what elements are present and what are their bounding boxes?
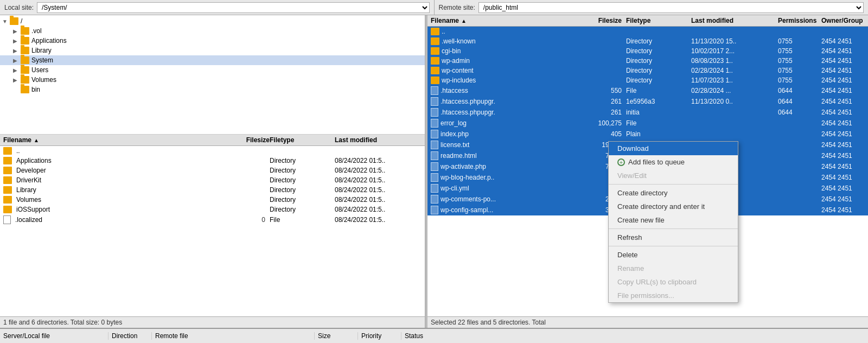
folder-icon-system (21, 56, 29, 64)
tree-item-users[interactable]: ▶ Users (0, 65, 425, 75)
left-filedate-2: 08/24/2022 01:5.. (335, 176, 422, 184)
tree-item-bin[interactable]: bin (0, 85, 425, 94)
file-icon-6-left (3, 215, 11, 224)
col-header-filesize[interactable]: Filesize (226, 136, 270, 144)
ctx-menu-create-dir-enter[interactable]: Create directory and enter it (609, 200, 738, 213)
tree-item-applications[interactable]: ▶ Applications (0, 36, 425, 46)
ctx-rename-label: Rename (617, 264, 644, 272)
remote-row-5[interactable]: .htaccess 550 File 02/28/2024 ... 0644 2… (427, 85, 868, 96)
left-file-list[interactable]: .. Applications Directory 08/24/2022 01:… (0, 146, 425, 316)
left-file-row-3[interactable]: Library Directory 08/24/2022 01:5.. (0, 185, 425, 195)
remote-type-6: 1e5956a3 (626, 98, 691, 105)
ctx-menu-create-dir[interactable]: Create directory (609, 186, 738, 200)
remote-date-5: 02/28/2024 ... (691, 87, 778, 94)
remote-row-parent[interactable]: .. (427, 27, 868, 36)
ctx-menu-file-permissions[interactable]: File permissions... (609, 289, 738, 302)
remote-row-7[interactable]: .htaccess.phpupgr. 261 initia 0644 2454 … (427, 107, 868, 118)
left-file-row-0[interactable]: Applications Directory 08/24/2022 01:5.. (0, 156, 425, 166)
transfer-status-col: Status (401, 332, 868, 340)
left-file-row-6[interactable]: .localized 0 File 08/24/2022 01:5.. (0, 214, 425, 225)
remote-date-0: 11/13/2020 15.. (691, 37, 778, 45)
remote-row-4[interactable]: wp-includes Directory 11/07/2023 1.. 075… (427, 75, 868, 85)
remote-filename-2: wp-admin (442, 57, 470, 65)
left-filename-3: Library (16, 186, 36, 194)
col-header-filename[interactable]: Filename ▲ (3, 136, 226, 144)
tree-label-root: / (21, 17, 22, 25)
ctx-menu-view-edit[interactable]: View/Edit (609, 169, 738, 182)
remote-row-3[interactable]: wp-content Directory 02/28/2024 1.. 0755… (427, 66, 868, 75)
ctx-menu-refresh[interactable]: Refresh (609, 231, 738, 244)
col-header-lastmod[interactable]: Last modified (335, 136, 422, 144)
tree-item-volumes[interactable]: ▶ Volumes (0, 75, 425, 85)
ctx-menu-add-to-queue[interactable]: + Add files to queue (609, 155, 738, 169)
r-col-header-owner[interactable]: Owner/Group (821, 17, 865, 24)
transfer-server-col: Server/Local file (0, 332, 108, 340)
ctx-menu-download[interactable]: Download (609, 142, 738, 155)
remote-type-2: Directory (626, 57, 691, 65)
remote-row-0[interactable]: .well-known Directory 11/13/2020 15.. 07… (427, 36, 868, 46)
remote-filename-10: license.txt (441, 141, 469, 149)
file-icon-remote-12 (431, 162, 438, 171)
ctx-menu-copy-url[interactable]: Copy URL(s) to clipboard (609, 275, 738, 289)
top-bar: Local site: /System/ Remote site: /publi… (0, 0, 868, 15)
remote-perms-5: 0644 (778, 87, 821, 94)
tree-arrow-volumes: ▶ (13, 77, 21, 83)
remote-row-1[interactable]: cgi-bin Directory 10/02/2017 2... 0755 2… (427, 46, 868, 56)
left-file-row-2[interactable]: DriverKit Directory 08/24/2022 01:5.. (0, 175, 425, 185)
left-file-row-1[interactable]: Developer Directory 08/24/2022 01:5.. (0, 166, 425, 175)
ctx-menu-rename[interactable]: Rename (609, 262, 738, 275)
transfer-size-col: Size (315, 332, 358, 340)
main-content: ▼ / ▶ .vol ▶ Applications (0, 15, 868, 328)
ctx-menu-create-file[interactable]: Create new file (609, 213, 738, 227)
tree-label-users: Users (31, 66, 48, 74)
left-filedate-5: 08/24/2022 01:5.. (335, 206, 422, 213)
transfer-bar: Server/Local file Direction Remote file … (0, 328, 868, 343)
remote-row-9[interactable]: index.php 405 Plain 2454 2451 (427, 129, 868, 139)
left-col-header: Filename ▲ Filesize Filetype Last modifi… (0, 135, 425, 146)
remote-owner-5: 2454 2451 (821, 87, 865, 94)
tree-arrow-system: ▶ (13, 58, 21, 63)
left-file-row-5[interactable]: iOSSupport Directory 08/24/2022 01:5.. (0, 205, 425, 214)
file-icon-remote-8 (431, 119, 438, 128)
ctx-file-perms-label: File permissions... (617, 291, 674, 300)
remote-status-bar: Selected 22 files and 5 directories. Tot… (427, 316, 868, 328)
remote-owner-3: 2454 2451 (821, 67, 865, 74)
ctx-create-dir-label: Create directory (617, 189, 667, 197)
left-file-row-4[interactable]: Volumes Directory 08/24/2022 01:5.. (0, 195, 425, 205)
r-col-header-type[interactable]: Filetype (626, 17, 691, 24)
transfer-direction-col: Direction (108, 332, 152, 340)
local-site-path[interactable]: /System/ (37, 2, 429, 13)
r-col-header-perms[interactable]: Permissions (778, 17, 821, 24)
tree-item-root[interactable]: ▼ / (0, 16, 425, 26)
ctx-menu-delete[interactable]: Delete (609, 248, 738, 262)
r-col-header-name[interactable]: Filename ▲ (431, 17, 583, 24)
col-header-filetype[interactable]: Filetype (270, 136, 335, 144)
transfer-remote-col: Remote file (152, 332, 315, 340)
remote-row-6[interactable]: .htaccess.phpupgr. 261 1e5956a3 11/13/20… (427, 96, 868, 107)
remote-row-8[interactable]: error_log 100,275 File 2454 2451 (427, 118, 868, 129)
left-file-row-parent[interactable]: .. (0, 146, 425, 156)
remote-type-7: initia (626, 109, 691, 116)
tree-label-volumes: Volumes (31, 76, 56, 84)
app-container: Local site: /System/ Remote site: /publi… (0, 0, 868, 343)
folder-icon-0-left (3, 157, 12, 164)
tree-item-library[interactable]: ▶ Library (0, 46, 425, 55)
folder-icon-applications (21, 37, 29, 45)
ctx-create-file-label: Create new file (617, 216, 665, 224)
remote-size-6: 261 (583, 98, 626, 105)
file-icon-remote-6 (431, 97, 438, 106)
r-col-header-size[interactable]: Filesize (583, 17, 626, 24)
tree-item-vol[interactable]: ▶ .vol (0, 26, 425, 36)
tree-item-system[interactable]: ▶ System (0, 55, 425, 65)
ctx-view-edit-label: View/Edit (617, 172, 647, 180)
remote-site-path[interactable]: /public_html (478, 2, 864, 13)
transfer-priority-col: Priority (358, 332, 401, 340)
r-col-header-date[interactable]: Last modified (691, 17, 778, 24)
file-icon-remote-14 (431, 184, 438, 193)
remote-owner-14: 2454 2451 (821, 185, 865, 192)
file-icon-remote-10 (431, 141, 438, 149)
folder-icon-bin (21, 86, 29, 93)
remote-row-2[interactable]: wp-admin Directory 08/08/2023 1.. 0755 2… (427, 56, 868, 66)
local-file-tree[interactable]: ▼ / ▶ .vol ▶ Applications (0, 15, 425, 135)
sort-arrow-up-remote: ▲ (461, 18, 467, 24)
